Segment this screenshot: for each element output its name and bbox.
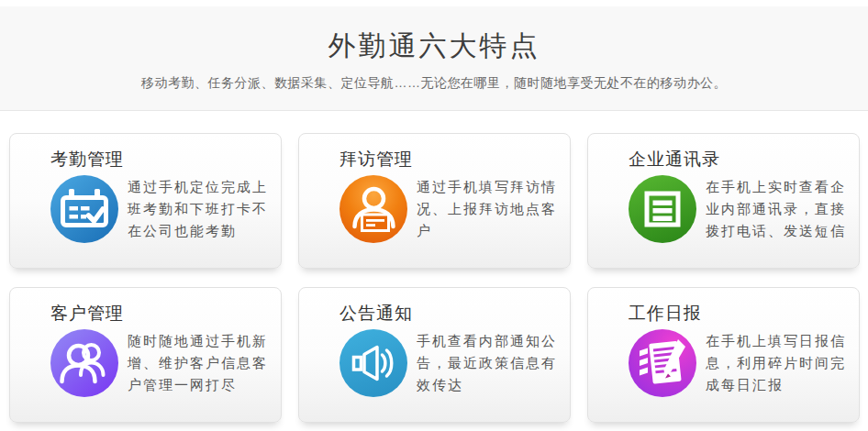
feature-body: 手机查看内部通知公告，最近政策信息有效传达: [339, 329, 559, 397]
page-title: 外勤通六大特点: [0, 29, 868, 62]
feature-body: 在手机上填写日报信息，利用碎片时间完成每日汇报: [629, 329, 848, 397]
feature-body: 在手机上实时查看企业内部通讯录，直接拨打电话、发送短信: [629, 175, 848, 243]
report-pen-icon: [629, 329, 696, 397]
feature-title: 客户管理: [50, 303, 270, 325]
page-header: 外勤通六大特点 移动考勤、任务分派、数据采集、定位导航……无论您在哪里，随时随地…: [0, 6, 868, 111]
page-subtitle: 移动考勤、任务分派、数据采集、定位导航……无论您在哪里，随时随地享受无处不在的移…: [0, 75, 868, 92]
feature-card-customer: 客户管理 随时随地通过手机新增、维护客户信息客户管理一网打尽: [9, 287, 282, 423]
feature-body: 通过手机定位完成上班考勤和下班打卡不在公司也能考勤: [50, 175, 270, 243]
feature-description: 通过手机填写拜访情况、上报拜访地点客户: [417, 176, 559, 242]
customer-group-icon: [50, 329, 118, 397]
feature-title: 工作日报: [629, 303, 848, 325]
feature-body: 随时随地通过手机新增、维护客户信息客户管理一网打尽: [50, 329, 270, 397]
feature-description: 通过手机定位完成上班考勤和下班打卡不在公司也能考勤: [128, 176, 270, 242]
feature-description: 手机查看内部通知公告，最近政策信息有效传达: [417, 330, 559, 396]
calendar-check-icon: [50, 175, 118, 243]
feature-title: 企业通讯录: [629, 149, 848, 171]
feature-card-daily-report: 工作日报: [587, 287, 860, 423]
feature-card-visit: 拜访管理 通过手机填写拜访情况、上报拜访地点客户: [298, 133, 571, 269]
feature-card-attendance: 考勤管理 通过手机定位完成上班考勤和下班打卡不在公司也能考勤: [9, 133, 282, 269]
feature-description: 随时随地通过手机新增、维护客户信息客户管理一网打尽: [128, 330, 270, 396]
feature-card-announcement: 公告通知 手机查看内部通知公告，最近政策信息有效传达: [298, 287, 571, 423]
visitor-card-icon: [339, 175, 407, 243]
features-grid: 考勤管理 通过手机定位完成上班考勤和下班打卡不在公司也能考勤 拜访管理: [0, 111, 868, 423]
feature-body: 通过手机填写拜访情况、上报拜访地点客户: [339, 175, 559, 243]
contact-list-icon: [629, 175, 696, 243]
feature-description: 在手机上填写日报信息，利用碎片时间完成每日汇报: [706, 330, 848, 396]
feature-title: 考勤管理: [50, 149, 270, 171]
feature-title: 公告通知: [339, 303, 559, 325]
speaker-icon: [339, 329, 407, 397]
feature-title: 拜访管理: [339, 149, 559, 171]
feature-card-directory: 企业通讯录 在手机上实时查看企业内部通讯录，直接拨打电话、发送短信: [587, 133, 860, 269]
feature-description: 在手机上实时查看企业内部通讯录，直接拨打电话、发送短信: [706, 176, 848, 242]
